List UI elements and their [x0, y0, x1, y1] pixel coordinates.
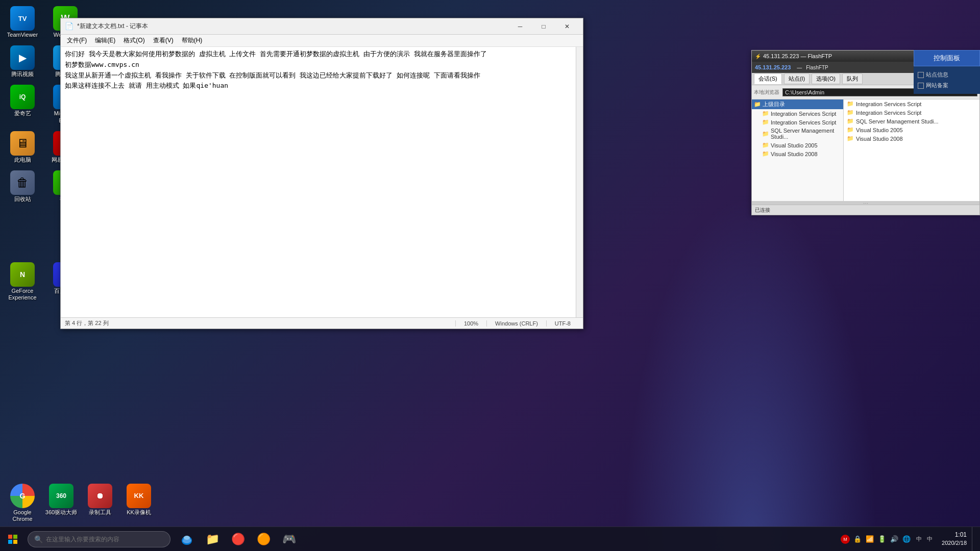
flashftp-tree-label-3: SQL Server Management Studi... — [771, 128, 841, 140]
flashftp-status-bar: 已连接 — [752, 205, 979, 215]
flashftp-tab-session[interactable]: 会话(S) — [754, 73, 782, 84]
desktop-icon-nvidia[interactable]: N GeForce Experience — [4, 260, 41, 303]
tray-input-method[interactable]: 中 — [914, 535, 924, 543]
tray-icon-2[interactable]: 🔒 — [853, 535, 862, 544]
desktop-icon-recycle[interactable]: 🗑 回收站 — [4, 168, 41, 205]
tray-clock[interactable]: 1:01 2020/2/18 — [939, 530, 970, 548]
notepad-status-encoding: UTF-8 — [546, 320, 579, 327]
tray-date: 2020/2/18 — [942, 539, 967, 547]
360-icon: 360 — [49, 484, 74, 508]
notepad-menu-file[interactable]: 文件(F) — [63, 35, 91, 46]
desktop-icon-label-chrome: Google Chrome — [6, 509, 39, 522]
desktop-icon-tencent-video[interactable]: ▶ 腾讯视频 — [4, 43, 41, 80]
start-button[interactable] — [0, 527, 26, 552]
taskbar-app2-button[interactable]: 🟠 — [251, 527, 276, 552]
windows-logo-icon — [8, 535, 17, 544]
taskbar-search-input[interactable] — [46, 536, 153, 543]
flashftp-local-tree: 📁 上级目录 📁 Integration Services Script 📁 I… — [752, 99, 844, 201]
svg-rect-0 — [8, 535, 12, 539]
desktop-icon-iqiyi[interactable]: iQ 爱奇艺 — [4, 83, 41, 126]
ftp-remote-row-1[interactable]: 📁 Integration Services Script — [844, 99, 979, 108]
iqiyi-icon: iQ — [10, 85, 35, 109]
flashftp-tree-item-5[interactable]: 📁 Visual Studio 2008 — [760, 149, 843, 158]
tray-icon-battery[interactable]: 🔋 — [877, 535, 887, 544]
desktop-icon-recorder[interactable]: ⏺ 录制工具 — [82, 482, 118, 524]
tray-icon-volume[interactable]: 🔊 — [890, 535, 899, 544]
notepad-titlebar[interactable]: 📄 *新建文本文档.txt - 记事本 ─ □ ✕ — [61, 18, 583, 35]
flashftp-tree-label-2: Integration Services Script — [771, 119, 836, 126]
notepad-menu-help[interactable]: 帮助(H) — [178, 35, 207, 46]
notepad-scrollbar[interactable] — [576, 47, 583, 317]
notepad-window-controls: ─ □ ✕ — [508, 18, 579, 35]
desktop-icon-label-360: 360驱动大师 — [45, 509, 77, 516]
ftp-remote-row-4[interactable]: 📁 Visual Studio 2005 — [844, 126, 979, 134]
tray-lang[interactable]: 中 — [927, 535, 933, 543]
desktop-icon-label-iqiyi: 爱奇艺 — [14, 110, 31, 117]
ftp-remote-row-5[interactable]: 📁 Visual Studio 2008 — [844, 134, 979, 143]
kk-icon: KK — [127, 484, 151, 508]
notepad-close-button[interactable]: ✕ — [555, 18, 579, 35]
notepad-menubar: 文件(F) 编辑(E) 格式(O) 查看(V) 帮助(H) — [61, 35, 583, 47]
notepad-menu-edit[interactable]: 编辑(E) — [91, 35, 119, 46]
control-panel-site-backup[interactable]: 网站备案 — [917, 80, 977, 91]
notepad-window: 📄 *新建文本文档.txt - 记事本 ─ □ ✕ 文件(F) 编辑(E) 格式… — [60, 18, 583, 329]
taskbar: 🔍 📁 🔴 � — [0, 527, 980, 551]
ftp-remote-row-3[interactable]: 📁 SQL Server Management Studi... — [844, 117, 979, 126]
notepad-maximize-button[interactable]: □ — [532, 18, 555, 35]
ftp-remote-row-2[interactable]: 📁 Integration Services Script — [844, 108, 979, 117]
desktop-icon-chrome[interactable]: G Google Chrome — [4, 482, 41, 524]
flashftp-tree-label-5: Visual Studio 2008 — [771, 151, 818, 157]
folder-icon-1: 📁 — [762, 110, 769, 117]
notepad-content-area — [61, 47, 583, 317]
notepad-textarea[interactable] — [61, 47, 576, 317]
control-panel-site-info[interactable]: 站点信息 — [917, 69, 977, 80]
flashftp-tab-queue[interactable]: 队列 — [842, 73, 863, 84]
show-desktop-button[interactable] — [972, 527, 976, 552]
notepad-menu-format[interactable]: 格式(O) — [119, 35, 149, 46]
flashftp-tree-item-3[interactable]: 📁 SQL Server Management Studi... — [760, 127, 843, 141]
folder-icon-4: 📁 — [762, 142, 769, 148]
desktop-icon-grid-taskbar-row: G Google Chrome 360 360驱动大师 ⏺ 录制工具 KK KK… — [4, 482, 157, 524]
taskbar-edge-button[interactable] — [175, 527, 199, 552]
ftp-remote-item-2: Integration Services Script — [856, 110, 921, 116]
checkbox-site-backup — [918, 83, 924, 89]
flashftp-tab-options[interactable]: 选项(O) — [812, 73, 840, 84]
mycomputer-icon: 🖥 — [10, 131, 35, 156]
ftp-remote-item-1: Integration Services Script — [856, 101, 921, 107]
flashftp-title: 45.131.25.223 — FlashFTP — [763, 53, 832, 59]
flashftp-tab-site[interactable]: 站点(I) — [784, 73, 810, 84]
notepad-status-zoom: 100% — [455, 320, 486, 327]
notepad-minimize-button[interactable]: ─ — [508, 18, 532, 35]
desktop-icon-label-recycle: 回收站 — [14, 196, 31, 203]
ftp-remote-folder-icon-2: 📁 — [847, 109, 854, 116]
control-panel-title-btn[interactable]: 控制面板 — [914, 50, 980, 66]
desktop-icon-mycomputer[interactable]: 🖥 此电脑 — [4, 129, 41, 165]
desktop-icon-label-tencent-video: 腾讯视频 — [11, 71, 34, 78]
flashftp-tree-item-2[interactable]: 📁 Integration Services Script — [760, 118, 843, 127]
desktop-icon-teamviewer[interactable]: TV TeamViewer — [4, 4, 41, 40]
ftp-remote-folder-icon-5: 📁 — [847, 135, 854, 142]
desktop-icon-label-recorder: 录制工具 — [89, 509, 111, 516]
ftp-remote-folder-icon-4: 📁 — [847, 127, 854, 133]
taskbar-app1-button[interactable]: 🔴 — [226, 527, 250, 552]
tray-icon-network[interactable]: 🌐 — [902, 535, 911, 544]
svg-rect-1 — [13, 535, 17, 539]
desktop-icon-kk[interactable]: KK KK录像机 — [120, 482, 157, 524]
tray-icon-3[interactable]: 📶 — [865, 535, 874, 544]
svg-rect-2 — [8, 540, 12, 544]
taskbar-explorer-button[interactable]: 📁 — [200, 527, 225, 552]
flashftp-tree-item-1[interactable]: 📁 Integration Services Script — [760, 109, 843, 118]
desktop-icon-360[interactable]: 360 360驱动大师 — [43, 482, 80, 524]
notepad-app-icon: 📄 — [65, 22, 74, 31]
taskbar-search-bar[interactable]: 🔍 — [28, 531, 170, 547]
notepad-menu-view[interactable]: 查看(V) — [149, 35, 178, 46]
flashftp-tree-item-4[interactable]: 📁 Visual Studio 2005 — [760, 141, 843, 149]
flashftp-status-text: 已连接 — [755, 207, 770, 214]
tray-icon-1[interactable]: M — [841, 535, 850, 544]
notepad-status-line-ending: Windows (CRLF) — [486, 320, 546, 327]
taskbar-apps-area: 📁 🔴 🟠 🎮 — [175, 527, 301, 552]
taskbar-app3-button[interactable]: 🎮 — [277, 527, 301, 552]
folder-icon-3: 📁 — [762, 131, 769, 137]
checkbox-site-info — [918, 72, 924, 78]
flashftp-tree-item-parent[interactable]: 📁 上级目录 — [752, 99, 843, 109]
